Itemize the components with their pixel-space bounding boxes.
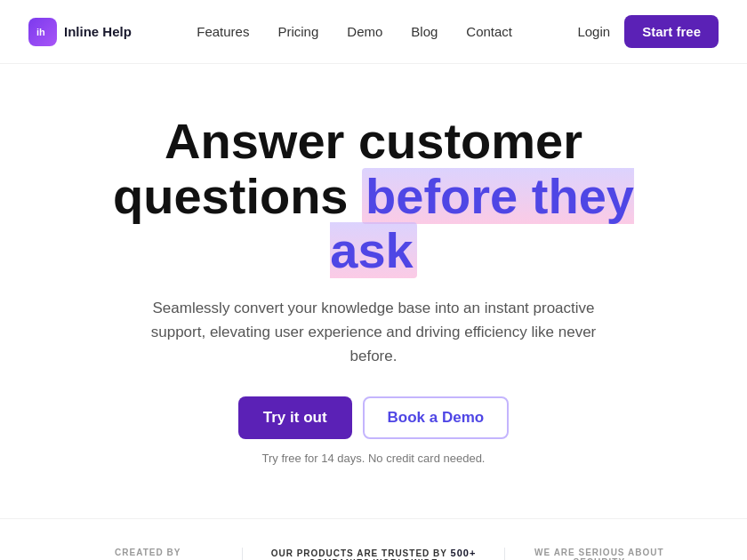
nav-pricing[interactable]: Pricing [277,24,318,39]
hero-title-line1: Answer customer [165,113,582,169]
hero-buttons: Try it out Book a Demo [71,396,676,439]
hero-title-highlight: before they ask [330,168,634,279]
hero-title-plain: questions [113,168,362,224]
logo-text: Inline Help [64,24,132,39]
nav-blog[interactable]: Blog [411,24,438,39]
trust-created-by: CREATED BY 𝓜 inline manual [53,548,243,560]
try-it-out-button[interactable]: Try it out [238,396,352,439]
start-free-button[interactable]: Start free [624,15,719,48]
nav-links: Features Pricing Demo Blog Contact [197,24,512,39]
navbar: ih Inline Help Features Pricing Demo Blo… [0,0,747,64]
hero-section: Answer customer questions before they as… [0,64,747,500]
logo[interactable]: ih Inline Help [28,18,132,46]
hero-title-line2: questions before they ask [71,169,676,278]
trusted-by-label: OUR PRODUCTS ARE TRUSTED BY 500+ COMPANI… [261,548,486,560]
logo-icon: ih [28,18,57,46]
trust-trusted-by: OUR PRODUCTS ARE TRUSTED BY 500+ COMPANI… [243,548,504,560]
hero-note: Try free for 14 days. No credit card nee… [71,452,676,465]
security-label: WE ARE SERIOUS ABOUT SECURITY [523,548,676,560]
hero-subtitle: Seamlessly convert your knowledge base i… [133,296,614,369]
nav-features[interactable]: Features [197,24,249,39]
svg-text:ih: ih [36,27,45,37]
trust-bar: CREATED BY 𝓜 inline manual OUR PRODUCTS … [0,518,747,560]
nav-contact[interactable]: Contact [466,24,512,39]
created-by-label: CREATED BY [115,548,181,557]
nav-actions: Login Start free [577,15,719,48]
trust-security: WE ARE SERIOUS ABOUT SECURITY 🏅 ISO 2700… [505,548,694,560]
login-button[interactable]: Login [577,24,610,39]
nav-demo[interactable]: Demo [347,24,382,39]
book-demo-button[interactable]: Book a Demo [363,396,510,439]
hero-title: Answer customer questions before they as… [71,114,676,278]
